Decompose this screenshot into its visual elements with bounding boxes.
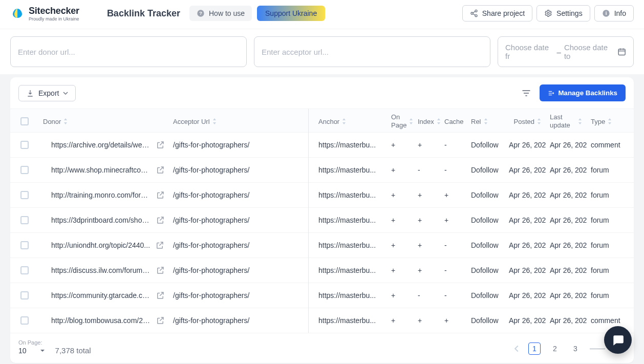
svg-text:?: ?: [199, 11, 202, 16]
manage-backlinks-button[interactable]: Manage Backlinks: [540, 84, 626, 101]
table-row[interactable]: https://3dprintboard.com/show.../gifts-f…: [10, 207, 634, 232]
sort-icon: [212, 118, 217, 124]
share-project-button[interactable]: Share project: [462, 5, 532, 22]
svg-point-3: [471, 12, 473, 14]
logo-icon: [10, 7, 25, 19]
table-row[interactable]: http://blog.tombowusa.com/20.../gifts-fo…: [10, 308, 634, 333]
cell-last-update: Apr 26, 2022: [546, 308, 587, 333]
column-cache[interactable]: Cache: [440, 109, 467, 134]
cell-acceptor: /gifts-for-photographers/: [169, 233, 308, 258]
column-type[interactable]: Type: [587, 109, 628, 134]
row-checkbox[interactable]: [20, 141, 29, 149]
page-3[interactable]: 3: [569, 342, 582, 355]
column-acceptor[interactable]: Acceptor Url: [169, 109, 308, 134]
cell-posted: Apr 26, 2022: [505, 233, 546, 258]
column-last-update[interactable]: Last update: [546, 109, 587, 134]
page-1[interactable]: 1: [528, 342, 541, 355]
cell-rel: Dofollow: [467, 183, 505, 207]
column-rel[interactable]: Rel: [467, 109, 505, 134]
how-to-use-button[interactable]: ? How to use: [189, 6, 252, 21]
cell-on-page: +: [387, 208, 414, 232]
cell-acceptor: /gifts-for-photographers/: [169, 158, 308, 182]
row-checkbox[interactable]: [20, 241, 29, 249]
settings-button[interactable]: Settings: [536, 5, 590, 22]
svg-point-4: [475, 15, 477, 17]
cell-anchor: https://masterbu...: [308, 158, 387, 182]
external-link-icon[interactable]: [156, 316, 165, 325]
cell-anchor: https://masterbu...: [308, 183, 387, 207]
share-icon: [470, 9, 478, 17]
filter-row: Choose date fr – Choose date to: [0, 29, 644, 74]
cell-acceptor: /gifts-for-photographers/: [169, 208, 308, 232]
date-range-picker[interactable]: Choose date fr – Choose date to: [498, 36, 634, 67]
table-row[interactable]: https://archive.org/details/web.../gifts…: [10, 132, 634, 157]
chat-widget[interactable]: [604, 326, 632, 354]
cell-type: forum: [587, 183, 628, 207]
column-index[interactable]: Index: [414, 109, 440, 134]
info-button[interactable]: i Info: [594, 5, 634, 22]
chat-icon: [611, 333, 625, 347]
cell-on-page: +: [387, 308, 414, 333]
external-link-icon[interactable]: [156, 190, 165, 200]
row-checkbox[interactable]: [20, 316, 29, 325]
cell-posted: Apr 26, 2022: [505, 158, 546, 182]
prev-page-button[interactable]: [513, 345, 520, 352]
table-row[interactable]: https://community.gtarcade.co.../gifts-f…: [10, 283, 634, 308]
cell-rel: Dofollow: [467, 308, 505, 333]
cell-posted: Apr 26, 2022: [505, 208, 546, 232]
row-checkbox[interactable]: [20, 291, 29, 299]
cell-rel: Dofollow: [467, 233, 505, 258]
acceptor-url-input[interactable]: [254, 36, 490, 67]
column-donor[interactable]: Donor: [39, 109, 169, 134]
select-all-checkbox[interactable]: [20, 117, 29, 125]
cell-last-update: Apr 26, 2022: [546, 183, 587, 207]
cell-type: forum: [587, 258, 628, 283]
column-on-page[interactable]: On Page: [387, 109, 414, 134]
dropdown-icon: [40, 348, 45, 353]
sort-icon: [536, 118, 542, 124]
cell-anchor: https://masterbu...: [308, 258, 387, 283]
column-anchor[interactable]: Anchor: [308, 109, 387, 134]
support-ukraine-button[interactable]: Support Ukraine: [257, 6, 325, 21]
cell-last-update: Apr 26, 2022: [546, 233, 587, 258]
cell-on-page: +: [387, 183, 414, 207]
external-link-icon[interactable]: [156, 266, 165, 275]
external-link-icon[interactable]: [156, 291, 165, 300]
filter-icon[interactable]: [521, 88, 531, 98]
external-link-icon[interactable]: [156, 140, 165, 149]
card-footer: On Page: 10 7,378 total 1 2 3 738: [10, 333, 634, 363]
row-checkbox[interactable]: [20, 191, 29, 199]
cell-type: forum: [587, 283, 628, 308]
cell-type: forum: [587, 158, 628, 182]
export-button[interactable]: Export: [18, 85, 76, 101]
row-checkbox[interactable]: [20, 166, 29, 174]
cell-acceptor: /gifts-for-photographers/: [169, 258, 308, 283]
cell-donor: http://uniondht.org/topic/2440...: [39, 233, 169, 258]
total-count: 7,378 total: [55, 346, 91, 355]
page-2[interactable]: 2: [549, 342, 561, 355]
cell-acceptor: /gifts-for-photographers/: [169, 183, 308, 207]
column-posted[interactable]: Posted: [505, 109, 546, 134]
external-link-icon[interactable]: [156, 165, 165, 175]
svg-line-5: [473, 11, 475, 13]
per-page-select[interactable]: 10: [18, 347, 45, 355]
external-link-icon[interactable]: [156, 216, 165, 225]
sort-icon: [607, 118, 612, 124]
brand-tagline: Proudly made in Ukraine: [29, 16, 79, 22]
cell-donor: https://discuss.ilw.com/forum/i...: [39, 258, 169, 283]
table-row[interactable]: http://uniondht.org/topic/2440.../gifts-…: [10, 232, 634, 258]
table-row[interactable]: http://www.shop.minecraftcom.../gifts-fo…: [10, 157, 634, 182]
row-checkbox[interactable]: [20, 216, 29, 224]
external-link-icon[interactable]: [155, 241, 164, 250]
backlinks-card: Export Manage Backlinks Donor Acceptor U…: [10, 77, 634, 363]
row-checkbox[interactable]: [20, 266, 29, 274]
cell-anchor: https://masterbu...: [308, 308, 387, 333]
cell-last-update: Apr 26, 2022: [546, 208, 587, 232]
logo[interactable]: Sitechecker Proudly made in Ukraine: [10, 6, 79, 22]
table-row[interactable]: https://discuss.ilw.com/forum/i.../gifts…: [10, 258, 634, 283]
cell-posted: Apr 26, 2022: [505, 133, 546, 157]
svg-line-6: [473, 14, 475, 15]
table-row[interactable]: http://training.monro.com/foru.../gifts-…: [10, 182, 634, 207]
donor-url-input[interactable]: [10, 36, 247, 67]
sort-icon: [577, 118, 583, 124]
